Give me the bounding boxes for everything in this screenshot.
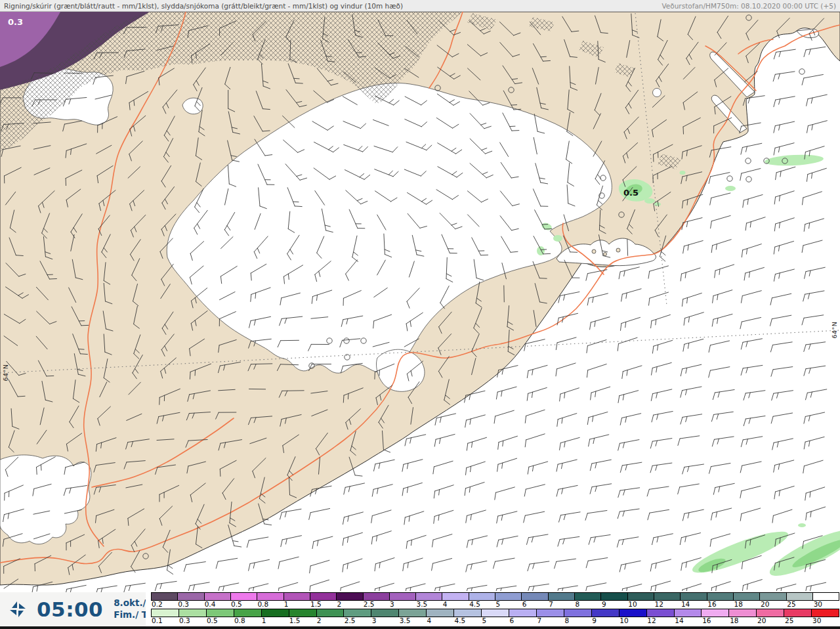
scale-tick-label: 14 — [681, 600, 690, 608]
scale-tick-label: 20 — [761, 600, 769, 608]
map-title: Rigning/skúrir (grænt/blátt/rautt - mm/1… — [4, 2, 403, 10]
scale-tick-label: 7 — [537, 617, 541, 624]
scale-cell — [482, 609, 509, 617]
scale-tick-label: 25 — [787, 600, 795, 608]
lake — [653, 89, 662, 97]
scale-cell — [442, 593, 469, 600]
scale-cell — [231, 593, 257, 600]
scale-tick-label: 6 — [522, 600, 527, 608]
scale-cell — [729, 609, 757, 617]
bottom-frame-strip — [0, 626, 840, 629]
scale-cell — [344, 609, 371, 617]
scale-cell — [469, 593, 495, 600]
scale-cell — [620, 609, 647, 617]
scale-tick-label: 10 — [620, 617, 628, 624]
scale-cell — [257, 593, 284, 600]
scale-cell — [416, 593, 442, 600]
scale-cell — [537, 609, 564, 617]
scale-tick-label: 0.5 — [207, 617, 218, 624]
legend-colorbar: 0.20.30.40.50.811.522.533.544.5567891012… — [146, 591, 840, 626]
scale-cell — [787, 593, 813, 600]
scale-cell — [178, 593, 204, 600]
time-panel: 05:00 8.okt./ Oct Fim./ Thu — [0, 592, 146, 626]
scale-cell — [628, 593, 654, 600]
model-run-info: Veðurstofan/HM750m: 08.10.2020 00:00 UTC… — [662, 2, 836, 10]
scale-tick-label: 4.5 — [455, 617, 466, 624]
scale-cell — [317, 609, 345, 617]
scale-tick-label: 4 — [443, 600, 448, 608]
scale-tick-label: 3.5 — [416, 600, 427, 608]
scale-cell — [289, 609, 317, 617]
scale-cell — [812, 609, 839, 617]
scale-tick-label: 18 — [734, 600, 743, 608]
scale-cell — [522, 593, 548, 600]
scale-cell — [337, 593, 363, 600]
scale-cell — [784, 609, 812, 617]
scale-cell — [647, 609, 675, 617]
scale-tick-label: 30 — [814, 600, 822, 608]
scale-tick-label: 5 — [482, 617, 487, 624]
scale-cell — [207, 609, 234, 617]
scale-tick-label: 1 — [262, 617, 266, 624]
header-bar: Rigning/skúrir (grænt/blátt/rautt - mm/1… — [0, 0, 840, 12]
scale-tick-label: 2 — [317, 617, 322, 624]
scale-cell — [364, 593, 390, 600]
scale-tick-label: 0.8 — [257, 600, 268, 608]
scale-cell — [152, 593, 178, 600]
scale-cell — [399, 609, 427, 617]
scale-cell — [654, 593, 681, 600]
scale-cell — [454, 609, 482, 617]
scale-cell — [234, 609, 262, 617]
scale-tick-label: 0.4 — [205, 600, 216, 608]
scale-tick-label: 18 — [730, 617, 738, 624]
scale-cell — [681, 593, 707, 600]
scale-tick-label: 16 — [707, 600, 716, 608]
scale-cell — [702, 609, 729, 617]
sleet-scale-labels: 0.20.30.40.50.811.522.533.544.5567891012… — [151, 601, 839, 609]
scale-tick-label: 0.5 — [231, 600, 242, 608]
forecast-time: 05:00 — [37, 597, 103, 621]
rain-value-label: 0.5 — [623, 188, 639, 197]
scale-cell — [813, 593, 839, 600]
scale-tick-label: 0.3 — [179, 617, 190, 624]
scale-tick-label: 8 — [576, 600, 580, 608]
latitude-label-right: 64°N — [831, 318, 838, 342]
scale-tick-label: 2 — [337, 600, 341, 608]
scale-tick-label: 6 — [509, 617, 514, 624]
rain-scale-labels: 0.10.30.50.811.522.533.544.5567891012141… — [151, 617, 839, 625]
sleet-value-label: 0.3 — [8, 18, 23, 26]
latitude-label-left: 64°N — [2, 361, 9, 385]
scale-cell — [179, 609, 207, 617]
scale-cell — [592, 609, 620, 617]
scale-cell — [205, 593, 231, 600]
scale-cell — [427, 609, 454, 617]
scale-tick-label: 2.5 — [364, 600, 375, 608]
scale-cell — [601, 593, 627, 600]
scale-cell — [757, 609, 784, 617]
scale-tick-label: 1.5 — [289, 617, 301, 624]
weather-map-canvas — [0, 0, 840, 629]
scale-cell — [509, 609, 537, 617]
scale-tick-label: 4.5 — [469, 600, 480, 608]
scale-cell — [390, 593, 416, 600]
scale-cell — [284, 593, 310, 600]
scale-cell — [549, 593, 575, 600]
scale-tick-label: 5 — [496, 600, 501, 608]
scale-tick-label: 0.8 — [234, 617, 245, 624]
scale-tick-label: 3.5 — [400, 617, 411, 624]
scale-tick-label: 9 — [592, 617, 597, 624]
scale-tick-label: 7 — [549, 600, 553, 608]
scale-tick-label: 12 — [647, 617, 656, 624]
scale-tick-label: 1 — [284, 600, 289, 608]
scale-cell — [760, 593, 786, 600]
scale-cell — [262, 609, 289, 617]
scale-cell — [152, 609, 179, 617]
scale-cell — [310, 593, 337, 600]
scale-tick-label: 0.3 — [178, 600, 189, 608]
scale-cell — [495, 593, 522, 600]
scale-cell — [734, 593, 760, 600]
scale-tick-label: 0.1 — [152, 617, 163, 624]
scale-tick-label: 1.5 — [310, 600, 322, 608]
scale-tick-label: 12 — [655, 600, 663, 608]
scale-tick-label: 30 — [812, 617, 821, 624]
